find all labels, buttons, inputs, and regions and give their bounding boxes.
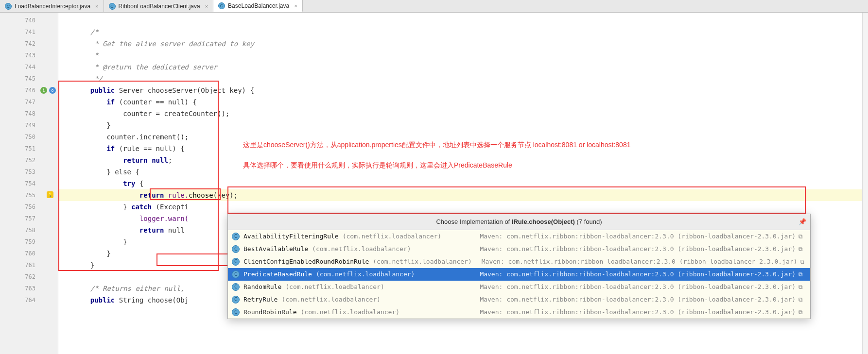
popup-item-source: Maven: com.netflix.ribbon:ribbon-loadbal… [470, 269, 796, 280]
copy-icon[interactable]: ⧉ [800, 256, 806, 268]
editor-tab-bar: C LoadBalancerInterceptor.java × C Ribbo… [0, 0, 868, 13]
popup-item-source: Maven: com.netflix.ribbon:ribbon-loadbal… [470, 294, 796, 305]
comment-text: * Get the alive server dedicated to key [90, 40, 254, 48]
gutter-line: 746io [0, 84, 58, 96]
tab-loadbalancerinterceptor[interactable]: C LoadBalancerInterceptor.java × [0, 0, 104, 12]
code-text: { [135, 180, 143, 187]
popup-item-package: (com.netflix.loadbalancer) [281, 283, 384, 290]
annotation-text-1: 这里是chooseServer()方法，从application.propert… [243, 139, 630, 151]
code-text: } [106, 121, 110, 129]
popup-item-source: Maven: com.netflix.ribbon:ribbon-loadbal… [470, 231, 796, 242]
popup-item-roundrobinrule[interactable]: CRoundRobinRule(com.netflix.loadbalancer… [228, 306, 810, 319]
popup-item-name: PredicateBasedRule [243, 270, 312, 278]
gutter-line: 764 [0, 294, 58, 306]
code-text: } [123, 203, 131, 211]
popup-item-name: BestAvailableRule [243, 245, 308, 253]
tab-label: LoadBalancerInterceptor.java [15, 3, 90, 10]
comment-text: /* [90, 28, 99, 36]
code-text: null [164, 226, 184, 234]
override-icon[interactable]: i [40, 87, 47, 94]
gutter-line: 752 [0, 154, 58, 166]
close-icon[interactable]: × [205, 3, 208, 9]
popup-item-name: AvailabilityFilteringRule [243, 233, 339, 240]
java-class-icon: C [232, 308, 240, 316]
keyword: try [123, 180, 135, 187]
gutter-line: 757 [0, 213, 58, 224]
code-text: } [90, 261, 94, 269]
popup-item-source: Maven: com.netflix.ribbon:ribbon-loadbal… [470, 243, 796, 255]
popup-item-availabilityfilteringrule[interactable]: CAvailabilityFilteringRule(com.netflix.l… [228, 230, 810, 243]
gutter-line: 750 [0, 131, 58, 143]
field-ref: rule. [164, 191, 189, 199]
comment-text: * @return the dedicated server [90, 63, 217, 71]
popup-title-suffix: (7 found) [575, 218, 602, 225]
popup-item-source: Maven: com.netflix.ribbon:ribbon-loadbal… [470, 306, 796, 318]
keyword: public [90, 86, 115, 94]
pin-icon[interactable]: 📌 [799, 216, 806, 228]
code-text: } else { [106, 168, 139, 176]
popup-item-predicatebasedrule[interactable]: CPredicateBasedRule(com.netflix.loadbala… [228, 268, 810, 281]
java-class-icon: C [5, 3, 12, 10]
gutter-line: 754 [0, 178, 58, 189]
gutter: 740741742743744745746io74774874975075175… [0, 13, 58, 354]
comment-text: /* Returns either null, [90, 285, 189, 292]
popup-item-package: (com.netflix.loadbalancer) [297, 308, 400, 316]
implements-icon[interactable]: o [49, 87, 56, 94]
tab-baseloadbalancer[interactable]: C BaseLoadBalancer.java × [213, 0, 303, 12]
popup-item-name: RoundRobinRule [243, 308, 297, 316]
popup-item-randomrule[interactable]: CRandomRule(com.netflix.loadbalancer)Mav… [228, 281, 810, 293]
copy-icon[interactable]: ⧉ [799, 231, 806, 242]
popup-item-name: RetryRule [243, 296, 278, 303]
keyword: return [139, 191, 164, 199]
gutter-line: 762 [0, 271, 58, 283]
code-text: String choose(Obj [115, 296, 189, 304]
close-icon[interactable]: × [95, 3, 98, 9]
code-text: } [106, 250, 110, 257]
popup-item-package: (com.netflix.loadbalancer) [308, 245, 411, 253]
scrollbar[interactable] [862, 13, 868, 354]
copy-icon[interactable]: ⧉ [799, 306, 806, 318]
code-text: (counter == null) { [115, 98, 197, 106]
gutter-line: 751 [0, 143, 58, 154]
gutter-line: 756 [0, 201, 58, 213]
code-pane[interactable]: /* * Get the alive server dedicated to k… [58, 13, 868, 354]
gutter-line: 755💡 [0, 189, 58, 201]
tab-label: RibbonLoadBalancerClient.java [119, 3, 200, 10]
code-text: logger.warn( [139, 215, 189, 222]
close-icon[interactable]: × [294, 3, 297, 9]
bulb-icon[interactable]: 💡 [47, 191, 53, 198]
keyword: catch [131, 203, 152, 211]
comment-text: * [90, 51, 99, 59]
java-class-icon: C [232, 283, 240, 291]
copy-icon[interactable]: ⧉ [799, 281, 806, 293]
popup-item-clientconfigenabledroundrobinrule[interactable]: CClientConfigEnabledRoundRobinRule(com.n… [228, 255, 810, 268]
code-text: ; [168, 156, 172, 164]
code-text: (Excepti [152, 203, 189, 211]
method-call: choose [189, 191, 213, 199]
keyword: public [90, 296, 115, 304]
popup-item-package: (com.netflix.loadbalancer) [339, 233, 442, 240]
popup-item-package: (com.netflix.loadbalancer) [278, 296, 381, 303]
gutter-line: 761 [0, 259, 58, 271]
code-text: } [123, 238, 127, 246]
copy-icon[interactable]: ⧉ [799, 243, 806, 255]
keyword: if [106, 98, 115, 106]
copy-icon[interactable]: ⧉ [799, 269, 806, 280]
code-editor[interactable]: 740741742743744745746io74774874975075175… [0, 13, 868, 354]
code-text: (key); [213, 191, 238, 199]
choose-implementation-popup[interactable]: Choose Implementation of IRule.choose(Ob… [227, 214, 811, 319]
gutter-line: 745 [0, 73, 58, 84]
gutter-line: 758 [0, 224, 58, 236]
copy-icon[interactable]: ⧉ [799, 294, 806, 305]
popup-title: Choose Implementation of IRule.choose(Ob… [228, 214, 810, 230]
keyword: if [106, 145, 115, 152]
code-text: counter = createCounter(); [123, 110, 229, 118]
popup-item-retryrule[interactable]: CRetryRule(com.netflix.loadbalancer)Mave… [228, 293, 810, 306]
code-text: (rule == null) { [115, 145, 184, 152]
gutter-line: 741 [0, 26, 58, 38]
popup-title-bold: IRule.choose(Object) [512, 218, 575, 225]
tab-ribbonloadbalancerclient[interactable]: C RibbonLoadBalancerClient.java × [104, 0, 214, 12]
popup-item-bestavailablerule[interactable]: CBestAvailableRule(com.netflix.loadbalan… [228, 243, 810, 255]
java-class-icon: C [232, 258, 240, 266]
java-class-icon: C [109, 3, 116, 10]
